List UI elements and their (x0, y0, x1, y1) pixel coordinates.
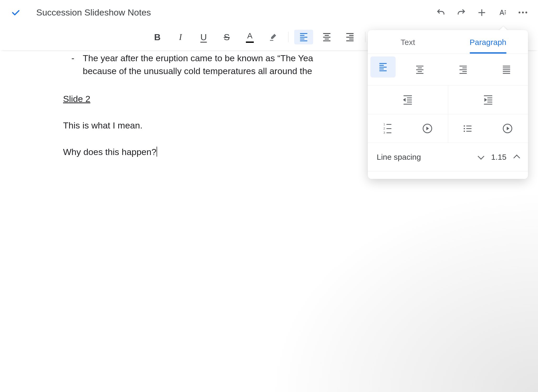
increase-indent-icon (484, 95, 492, 105)
decrease-indent-button[interactable] (368, 86, 448, 114)
panel-align-right-button[interactable] (442, 56, 485, 83)
separator (288, 32, 288, 42)
bold-button[interactable]: B (148, 30, 167, 44)
bulleted-list-options-button[interactable] (503, 124, 512, 133)
done-check-icon[interactable] (11, 8, 20, 17)
background-vignette (223, 156, 538, 392)
numbered-list-options-button[interactable] (423, 124, 432, 133)
more-icon[interactable] (518, 8, 527, 17)
redo-icon[interactable] (457, 8, 466, 17)
highlight-button[interactable] (263, 30, 282, 44)
underline-button[interactable]: U (194, 30, 213, 44)
strikethrough-button[interactable]: S (217, 30, 236, 44)
alignment-row (368, 54, 528, 85)
body-text[interactable]: because of the unusually cold temperatur… (83, 66, 312, 76)
align-left-button[interactable] (294, 30, 313, 44)
panel-align-justify-button[interactable] (485, 56, 528, 83)
svg-rect-2 (505, 10, 506, 11)
line-spacing-label: Line spacing (377, 153, 421, 162)
svg-rect-3 (505, 12, 506, 13)
tab-text[interactable]: Text (368, 30, 448, 54)
indent-row (368, 85, 528, 114)
line-spacing-row: Line spacing 1.15 (368, 143, 528, 171)
bullet-dash-icon: - (63, 52, 83, 78)
numbered-list-icon[interactable]: 1 2 3 (384, 123, 391, 134)
align-right-button[interactable] (340, 30, 359, 44)
body-text[interactable]: The year after the eruption came to be k… (83, 53, 313, 63)
decrease-indent-icon (404, 95, 412, 105)
header-actions (436, 8, 527, 17)
list-style-row: 1 2 3 (368, 114, 528, 143)
line-spacing-value: 1.15 (491, 153, 506, 162)
italic-button[interactable]: I (171, 30, 190, 44)
chevron-up-icon[interactable] (513, 154, 520, 161)
separator (365, 32, 365, 42)
panel-tabs: Text Paragraph (368, 30, 528, 54)
panel-align-center-button[interactable] (398, 56, 442, 83)
panel-align-left-button[interactable] (370, 56, 396, 78)
paragraph-panel: Text Paragraph (368, 30, 528, 179)
insert-plus-icon[interactable] (477, 8, 487, 17)
increase-indent-button[interactable] (448, 86, 528, 114)
text-cursor (157, 147, 157, 157)
text-format-icon[interactable] (498, 8, 507, 17)
undo-icon[interactable] (436, 8, 446, 17)
tab-paragraph[interactable]: Paragraph (448, 30, 528, 54)
chevron-down-icon[interactable] (478, 153, 484, 159)
header-bar: Succession Slideshow Notes (0, 0, 538, 25)
svg-rect-4 (505, 13, 506, 14)
text-color-button[interactable]: A (240, 30, 259, 44)
document-title[interactable]: Succession Slideshow Notes (36, 7, 436, 18)
align-center-button[interactable] (317, 30, 336, 44)
bulleted-list-icon[interactable] (464, 125, 472, 132)
